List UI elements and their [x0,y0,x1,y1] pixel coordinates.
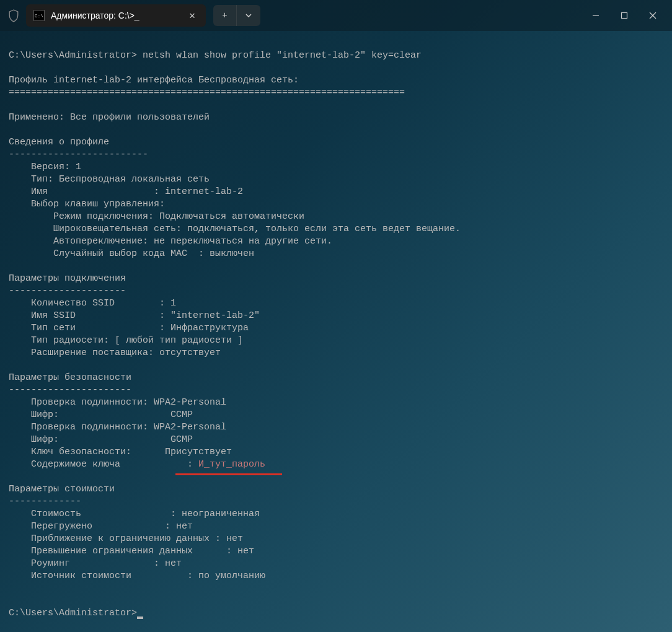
red-underline-annotation [175,473,282,475]
output-line: ------------- [9,496,81,507]
output-line: Приближение к ограничению данных : нет [9,533,243,544]
section-header: Параметры безопасности [9,372,131,383]
terminal-output[interactable]: C:\Users\Administrator> netsh wlan show … [0,31,672,626]
svg-rect-1 [622,13,627,19]
output-line: ---------------------- [9,385,131,395]
tab-title: Администратор: C:\>_ [51,11,180,20]
prompt: C:\Users\Administrator> [9,50,143,61]
output-line: Тип: Беспроводная локальная сеть [9,174,210,185]
output-line: Применено: Все профили пользователей [9,112,210,123]
output-line: Расширение поставщика: отсутствует [9,348,221,358]
prompt: C:\Users\Administrator> [9,608,137,618]
minimize-button[interactable] [581,0,610,31]
output-line: --------------------- [9,286,126,296]
cursor [137,617,143,619]
tab-dropdown-button[interactable] [237,5,260,26]
output-line: Тип сети : Инфраструктура [9,323,249,333]
output-line: ========================================… [9,87,405,98]
close-tab-button[interactable]: ✕ [186,9,198,22]
output-line: Выбор клавиш управления: [9,199,165,209]
output-line: Роуминг : нет [9,558,182,569]
window-controls [581,0,667,31]
output-line: Проверка подлинности: WPA2-Personal [9,422,226,432]
output-line: Шифр: CCMP [9,410,193,420]
new-tab-button[interactable]: + [213,5,237,26]
section-header: Параметры подключения [9,273,126,284]
output-line: Версия: 1 [9,162,81,172]
output-line: Автопереключение: не переключаться на др… [9,236,332,247]
command-text: netsh wlan show profile "internet-lab-2"… [143,50,422,61]
close-window-button[interactable] [639,0,667,31]
output-line: Профиль internet-lab-2 интерфейса Беспро… [9,75,299,86]
section-header: Сведения о профиле [9,137,109,147]
output-line: Шифр: GCMP [9,434,193,445]
output-line: Тип радиосети: [ любой тип радиосети ] [9,335,243,346]
active-tab[interactable]: C:\ Администратор: C:\>_ ✕ [26,4,206,27]
output-line: Превышение ограничения данных : нет [9,546,254,556]
tab-controls: + [213,5,260,26]
output-line: Стоимость : неограниченная [9,509,260,519]
output-line: Имя : internet-lab-2 [9,187,243,197]
output-line: Перегружено : нет [9,521,193,532]
output-line: ------------------------- [9,149,148,160]
output-line: Режим подключения: Подключаться автомати… [9,211,304,222]
output-line: Имя SSID : "internet-lab-2" [9,310,260,321]
maximize-button[interactable] [610,0,639,31]
output-line: Ключ безопасности: Присутствует [9,447,232,457]
output-line: Содержимое ключа : [9,459,198,470]
password-value: И_тут_пароль [198,459,265,470]
cmd-icon: C:\ [33,10,45,21]
output-line: Широковещательная сеть: подключаться, то… [9,224,461,234]
shield-icon [7,8,20,23]
section-header: Параметры стоимости [9,484,115,494]
output-line: Случайный выбор кода MAC : выключен [9,248,254,259]
output-line: Количество SSID : 1 [9,298,176,309]
titlebar: C:\ Администратор: C:\>_ ✕ + [0,0,672,31]
output-line: Проверка подлинности: WPA2-Personal [9,397,226,408]
output-line: Источник стоимости : по умолчанию [9,571,265,581]
